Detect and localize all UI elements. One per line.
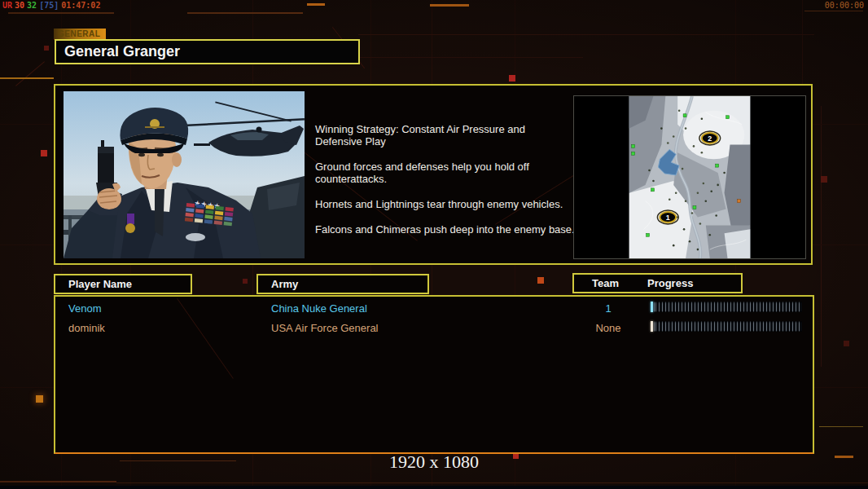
decor-line	[116, 482, 868, 483]
player-team: None	[568, 322, 649, 334]
perf-label: UR	[2, 1, 12, 10]
perf-fps: 30	[15, 1, 24, 10]
decor-square	[821, 176, 827, 183]
player-team: 1	[568, 302, 649, 315]
general-tab-label: GENERAL	[54, 29, 106, 40]
decor-line	[430, 4, 469, 7]
general-name: General Granger	[64, 43, 180, 59]
decor-square	[243, 279, 248, 284]
decor-line	[0, 486, 868, 489]
general-title-box: General Granger	[55, 39, 360, 64]
loading-screen: UR3032[75]01:47:02 00:00:00 GENERAL Gene…	[0, 0, 868, 489]
strategy-paragraph: Winning Strategy: Constant Air Pressure …	[315, 123, 576, 148]
decor-line	[0, 77, 54, 79]
player-army: USA Air Force General	[271, 322, 379, 334]
general-info-panel: ★★★★	[54, 84, 813, 265]
game-clock: 00:00:00	[825, 1, 864, 10]
player-army: China Nuke General	[271, 302, 367, 315]
decor-square	[41, 150, 47, 156]
decor-line	[804, 11, 863, 11]
player-name: Venom	[68, 302, 101, 315]
decor-square	[509, 75, 515, 82]
general-portrait: ★★★★	[64, 91, 305, 258]
decor-square	[537, 277, 544, 284]
minimap: 2 1	[629, 96, 751, 258]
strategy-paragraph: Ground forces and defenses help you hold…	[315, 161, 576, 185]
player-row: dominik USA Air Force General None	[55, 320, 813, 337]
decor-line	[8, 12, 114, 14]
perf-val2: 32	[27, 1, 37, 10]
player-row: Venom China Nuke General 1	[55, 301, 813, 317]
general-portrait-illustration: ★★★★	[64, 91, 305, 258]
performance-counter: UR3032[75]01:47:02	[2, 1, 103, 10]
perf-val3: [75]	[39, 1, 59, 10]
start-marker-2: 2	[699, 131, 721, 145]
decor-line	[821, 106, 822, 367]
progress-bar	[651, 321, 802, 332]
marker-1-label: 1	[666, 214, 670, 222]
progress-bar-fill	[651, 302, 653, 312]
resolution-label: 1920 x 1080	[0, 452, 868, 473]
decor-line	[187, 12, 303, 14]
decor-square	[844, 341, 849, 346]
column-header-team: Team	[592, 275, 619, 292]
marker-2-label: 2	[708, 134, 712, 143]
player-name: dominik	[68, 322, 105, 334]
progress-bar-fill	[651, 321, 653, 332]
perf-time: 01:47:02	[61, 1, 100, 10]
column-header-player-name: Player Name	[54, 274, 192, 294]
decor-square	[44, 46, 49, 51]
decor-line	[355, 57, 583, 58]
decor-square	[36, 395, 43, 403]
column-header-progress: Progress	[647, 275, 693, 292]
progress-bar	[651, 302, 802, 312]
strategy-paragraph: Hornets and Lightnings tear through enem…	[315, 198, 576, 210]
column-header-team-progress: Team Progress	[572, 273, 743, 293]
decor-diagonal	[15, 61, 45, 86]
players-list-panel: Venom China Nuke General 1 dominik USA A…	[54, 295, 814, 454]
start-marker-1: 1	[657, 210, 678, 224]
decor-line	[0, 481, 116, 482]
decor-line	[819, 426, 863, 427]
decor-line	[307, 3, 325, 6]
decor-line	[358, 34, 814, 35]
column-header-army: Army	[256, 274, 429, 294]
strategy-paragraph: Falcons and Chimeras push deep into the …	[315, 223, 576, 236]
map-preview-panel: 2 1	[573, 95, 806, 259]
strategy-text: Winning Strategy: Constant Air Pressure …	[315, 123, 576, 249]
